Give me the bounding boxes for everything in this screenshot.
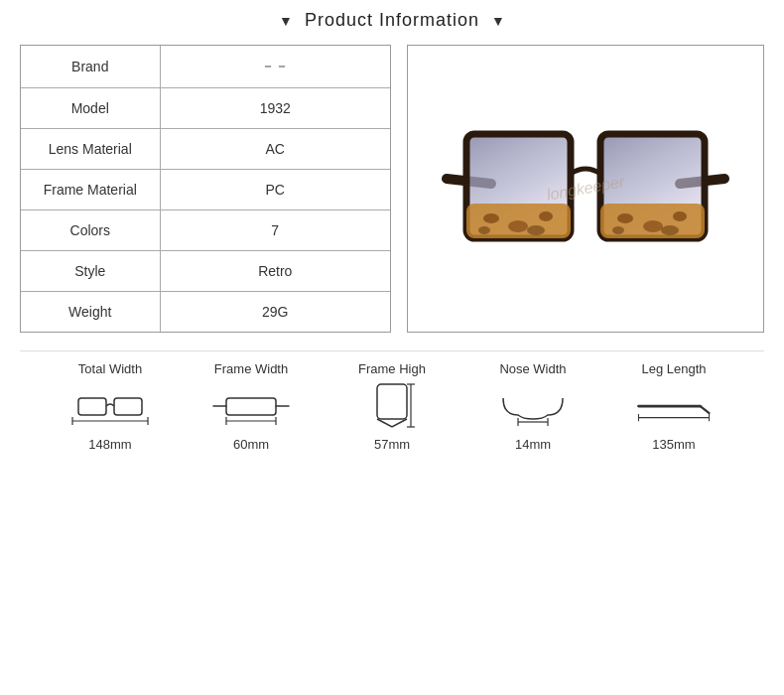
svg-rect-19 [78,398,106,415]
dimensions-section: Total Width 148mmFrame Width 60mmFrame H… [20,350,764,462]
svg-point-9 [539,211,553,221]
dim-icon-total-width [70,384,150,429]
table-value: 7 [160,210,390,251]
sunglasses-image [437,79,734,298]
dim-value-frame-width: 60mm [233,437,269,452]
page-wrapper: ▼ Product Information ▼ Brand－－Model1932… [0,0,784,695]
svg-point-17 [612,226,624,234]
header-title: Product Information [305,10,479,31]
svg-point-11 [527,225,545,235]
svg-rect-30 [377,384,407,419]
svg-point-7 [483,213,499,223]
table-row: Weight29G [21,292,390,333]
info-table-wrapper: Brand－－Model1932Lens MaterialACFrame Mat… [20,45,391,333]
dim-label-leg-length: Leg Length [641,361,706,376]
dim-label-total-width: Total Width [78,361,142,376]
table-row: Brand－－ [21,46,390,88]
info-table: Brand－－Model1932Lens MaterialACFrame Mat… [21,46,390,332]
table-value: AC [160,129,390,170]
dim-icon-frame-width [211,384,291,429]
dim-icon-leg-length [634,384,714,429]
table-value: Retro [160,251,390,292]
table-row: Model1932 [21,88,390,129]
dim-label-frame-width: Frame Width [214,361,288,376]
table-label: Colors [21,210,160,251]
table-label: Frame Material [21,170,160,210]
dim-value-total-width: 148mm [88,437,131,452]
table-row: StyleRetro [21,251,390,292]
main-content: Brand－－Model1932Lens MaterialACFrame Mat… [20,45,764,333]
table-value: PC [160,170,390,210]
dimension-leg-length: Leg Length 135mm [634,361,714,452]
dim-value-frame-high: 57mm [374,437,410,452]
svg-line-38 [701,406,710,413]
table-label: Model [21,88,160,129]
dim-label-frame-high: Frame High [358,361,426,376]
table-value: －－ [160,46,390,88]
table-label: Brand [21,46,160,88]
dim-value-nose-width: 14mm [515,437,551,452]
table-row: Colors7 [21,210,390,251]
dim-icon-nose-width [493,384,573,429]
table-label: Weight [21,292,160,333]
dimension-nose-width: Nose Width 14mm [493,361,573,452]
table-row: Frame MaterialPC [21,170,390,210]
dimension-frame-high: Frame High 57mm [352,361,432,452]
dimension-total-width: Total Width 148mm [70,361,150,452]
svg-point-15 [643,220,663,232]
dim-value-leg-length: 135mm [652,437,695,452]
product-info-header: ▼ Product Information ▼ [20,10,764,31]
table-value: 1932 [160,88,390,129]
svg-point-16 [673,211,687,221]
table-label: Lens Material [21,129,160,170]
dim-icon-frame-high [352,384,432,429]
dimension-frame-width: Frame Width 60mm [211,361,291,452]
table-label: Style [21,251,160,292]
svg-point-8 [508,220,528,232]
svg-point-14 [617,213,633,223]
table-row: Lens MaterialAC [21,129,390,170]
product-image-box: longkeeper [407,45,764,333]
table-value: 29G [160,292,390,333]
svg-point-10 [478,226,490,234]
svg-rect-20 [114,398,142,415]
right-triangle-icon: ▼ [491,13,505,29]
left-triangle-icon: ▼ [279,13,293,29]
svg-point-18 [661,225,679,235]
dim-label-nose-width: Nose Width [499,361,566,376]
svg-rect-24 [226,398,276,415]
